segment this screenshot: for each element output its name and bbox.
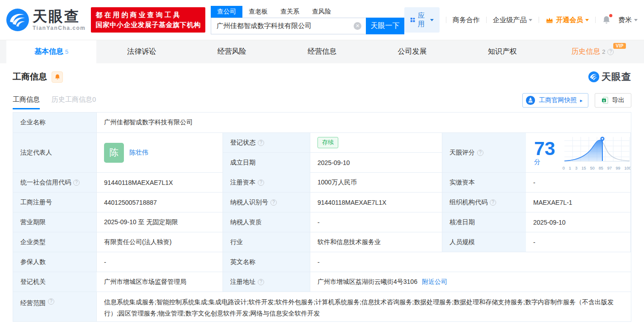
tab-operation-risk[interactable]: 经营风险 bbox=[187, 40, 277, 63]
help-icon[interactable]: ? bbox=[477, 150, 483, 156]
divider bbox=[446, 17, 446, 23]
search-tab-relation[interactable]: 查关系 bbox=[274, 6, 306, 18]
notifications-button[interactable] bbox=[602, 15, 611, 24]
search-tab-risk[interactable]: 查风险 bbox=[306, 6, 337, 18]
open-vip-button[interactable]: 开通会员 bbox=[545, 16, 589, 24]
subtab-business-info[interactable]: 工商信息 bbox=[13, 95, 40, 109]
notification-dot bbox=[609, 14, 612, 17]
tab-legal-proceedings[interactable]: 法律诉讼 bbox=[96, 40, 186, 63]
approval-date-value: 2025-09-10 bbox=[526, 212, 631, 232]
tab-count: 5 bbox=[65, 48, 68, 55]
slogan-line1: 都在用的商业查询工具 bbox=[95, 10, 201, 20]
score-value[interactable]: 73分 bbox=[526, 133, 631, 173]
user-menu[interactable]: 费米 bbox=[618, 16, 638, 24]
score-distribution-chart: 01 315 5085 9799 100 bbox=[563, 135, 631, 170]
help-icon[interactable]: ? bbox=[258, 140, 264, 146]
vip-badge: VIP bbox=[613, 43, 626, 49]
legal-rep-avatar[interactable]: 陈 bbox=[104, 143, 124, 163]
official-snapshot-button[interactable]: 工商官网快照 ▸ bbox=[522, 93, 588, 108]
english-name-value: - bbox=[310, 252, 631, 272]
divider bbox=[595, 17, 596, 23]
subtab-history-business-info[interactable]: 历史工商信息0 bbox=[52, 95, 96, 109]
tianyancha-logo[interactable]: 天眼查 TianYanCha.com bbox=[6, 9, 85, 31]
taxpayer-quality-label: 纳税人资质 bbox=[223, 212, 310, 232]
reg-address-value: 广州市增城区荔湖街云曦街4号3106 附近公司 bbox=[310, 272, 631, 292]
industry-value: 软件和信息技术服务业 bbox=[310, 232, 442, 252]
business-info-section: 工商信息 天眼查 工商信息 历史工商信息0 bbox=[0, 71, 644, 322]
nearby-companies-link[interactable]: 附近公司 bbox=[422, 278, 447, 286]
status-date-subgrid: 登记状态? 存续 成立日期 2025-09-10 bbox=[223, 133, 442, 173]
svg-text:x: x bbox=[603, 99, 605, 102]
tab-operation-info[interactable]: 经营信息 bbox=[277, 40, 367, 63]
help-icon[interactable]: ? bbox=[258, 279, 264, 285]
reg-number-value: 440125005718887 bbox=[97, 193, 223, 212]
business-cooperation-link[interactable]: 商务合作 bbox=[453, 16, 480, 24]
header-nav: 应用 商务合作 企业级产品 开通会员 bbox=[404, 7, 638, 33]
enterprise-products-menu[interactable]: 企业级产品 bbox=[492, 16, 532, 24]
company-type-value: 有限责任公司(法人独资) bbox=[97, 232, 223, 252]
industry-label: 行业 bbox=[223, 232, 310, 252]
chevron-down-icon bbox=[430, 19, 434, 21]
reg-capital-label: 注册资本? bbox=[223, 173, 310, 193]
legal-rep-value: 陈 陈壮伟 bbox=[97, 133, 223, 173]
reg-capital-value: 1000万人民币 bbox=[310, 173, 442, 193]
bell-curve-chart bbox=[563, 135, 631, 164]
insured-count-label: 参保人数 bbox=[13, 252, 97, 272]
excel-icon: x bbox=[601, 97, 609, 104]
help-icon[interactable]: ? bbox=[490, 199, 496, 206]
business-term-label: 营业期限 bbox=[13, 212, 97, 232]
chevron-down-icon bbox=[634, 19, 638, 21]
search-button[interactable]: 天眼一下 bbox=[366, 18, 404, 34]
search-tab-company[interactable]: 查公司 bbox=[211, 6, 242, 18]
logo-text: 天眼查 bbox=[33, 9, 85, 24]
tab-history-info[interactable]: VIP 历史信息 2 ? bbox=[548, 40, 638, 63]
section-title: 工商信息 bbox=[13, 71, 47, 83]
help-icon[interactable]: ? bbox=[607, 49, 614, 55]
tab-intellectual-property[interactable]: 知识产权 bbox=[457, 40, 547, 63]
help-icon[interactable]: ? bbox=[258, 179, 264, 186]
score-unit: 分 bbox=[534, 158, 540, 165]
crown-icon bbox=[545, 17, 554, 24]
establish-date-label: 成立日期 bbox=[223, 153, 310, 173]
help-icon[interactable]: ? bbox=[270, 199, 277, 206]
divider bbox=[539, 17, 539, 23]
reg-status-value: 存续 bbox=[310, 133, 442, 153]
reg-status-label: 登记状态? bbox=[223, 133, 310, 153]
username: 费米 bbox=[618, 16, 632, 24]
tab-count: 2 bbox=[602, 48, 605, 55]
reg-authority-label: 登记机关 bbox=[13, 272, 97, 292]
tab-basic-info[interactable]: 基本信息 5 bbox=[6, 40, 96, 63]
tab-company-development[interactable]: 公司发展 bbox=[367, 40, 457, 63]
score-label: 天眼评分? bbox=[442, 133, 526, 173]
staff-size-value: - bbox=[526, 232, 631, 252]
help-icon[interactable]: ? bbox=[48, 298, 54, 305]
search-tab-boss[interactable]: 查老板 bbox=[242, 6, 274, 18]
tianyancha-swirl-icon bbox=[588, 71, 599, 82]
apps-menu-button[interactable]: 应用 bbox=[404, 7, 440, 33]
legal-rep-label: 法定代表人 bbox=[13, 133, 97, 173]
paid-capital-value: - bbox=[526, 173, 631, 193]
insured-count-value: - bbox=[97, 252, 223, 272]
paid-capital-label: 实缴资本 bbox=[442, 173, 526, 193]
company-type-label: 企业类型 bbox=[13, 232, 97, 252]
chart-axis-ticks: 01 315 5085 9799 100 bbox=[563, 166, 631, 170]
tianyancha-swirl-icon bbox=[6, 9, 29, 31]
taxpayer-id-label: 纳税人识别号? bbox=[223, 193, 310, 212]
export-button[interactable]: x 导出 bbox=[595, 93, 631, 108]
staff-size-label: 人员规模 bbox=[442, 232, 526, 252]
logo-domain: TianYanCha.com bbox=[33, 25, 85, 31]
divider bbox=[486, 17, 487, 23]
search-input[interactable] bbox=[211, 18, 366, 34]
monitor-bell-button[interactable] bbox=[52, 71, 63, 83]
taxpayer-quality-value: - bbox=[310, 212, 442, 232]
english-name-label: 英文名称 bbox=[223, 252, 310, 272]
bell-icon bbox=[54, 74, 61, 80]
reg-address-label: 注册地址? bbox=[223, 272, 310, 292]
clear-search-icon[interactable]: ✕ bbox=[354, 22, 361, 30]
legal-rep-link[interactable]: 陈壮伟 bbox=[129, 149, 148, 157]
reg-authority-value: 广州市增城区市场监督管理局 bbox=[97, 272, 223, 292]
brand-slogan: 都在用的商业查询工具 国家中小企业发展子基金旗下机构 bbox=[91, 7, 205, 33]
chevron-down-icon bbox=[585, 19, 589, 21]
business-info-table: 企业名称 广州佳都智成数字科技有限公司 法定代表人 陈 陈壮伟 登记状态? 存续… bbox=[13, 112, 631, 322]
help-icon[interactable]: ? bbox=[73, 179, 80, 186]
